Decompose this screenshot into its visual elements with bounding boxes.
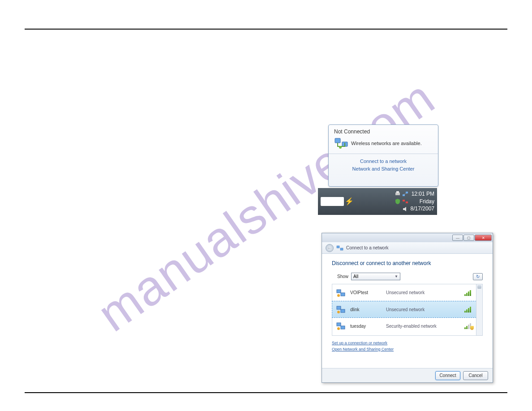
tray-shield-icon[interactable] bbox=[394, 198, 401, 205]
svg-point-2 bbox=[339, 146, 342, 149]
close-button[interactable]: ✕ bbox=[475, 235, 492, 241]
minimize-button[interactable]: — bbox=[452, 235, 463, 241]
network-row[interactable]: VOIPtestUnsecured network bbox=[332, 284, 476, 301]
network-small-icon bbox=[336, 245, 343, 251]
svg-rect-12 bbox=[341, 293, 345, 296]
connect-button[interactable]: Connect bbox=[435, 371, 460, 380]
popup-message: Wireless networks are available. bbox=[351, 141, 422, 146]
svg-rect-9 bbox=[337, 246, 339, 248]
scrollbar-thumb[interactable] bbox=[477, 285, 481, 289]
back-button[interactable]: ← bbox=[326, 244, 334, 252]
svg-rect-15 bbox=[341, 309, 345, 313]
link-sharing-center[interactable]: Network and Sharing Center bbox=[329, 165, 438, 173]
network-name: tuesday bbox=[350, 324, 382, 329]
show-value: All bbox=[353, 274, 358, 279]
connect-dialog: — ▢ ✕ ← Connect to a network Disconnect … bbox=[322, 233, 493, 383]
signal-strength-icon bbox=[464, 323, 472, 329]
signal-strength-icon bbox=[464, 290, 472, 296]
network-item-icon bbox=[336, 288, 346, 297]
svg-rect-6 bbox=[406, 192, 408, 193]
dialog-header: ← Connect to a network bbox=[322, 242, 493, 254]
network-icon bbox=[334, 137, 348, 149]
divider-top bbox=[25, 29, 507, 30]
clock-day: Friday bbox=[411, 198, 434, 206]
dialog-footer: Connect Cancel bbox=[322, 368, 493, 382]
svg-rect-8 bbox=[406, 201, 408, 203]
svg-rect-5 bbox=[403, 194, 405, 196]
refresh-button[interactable]: ↻ bbox=[473, 273, 483, 280]
dialog-header-text: Connect to a network bbox=[346, 245, 389, 250]
svg-rect-14 bbox=[337, 306, 341, 309]
network-list: VOIPtestUnsecured networkdlinkUnsecured … bbox=[332, 284, 483, 336]
link-open-center[interactable]: Open Network and Sharing Center bbox=[332, 347, 483, 353]
svg-point-16 bbox=[337, 311, 340, 313]
clock-time: 12:01 PM bbox=[411, 190, 434, 198]
tray-network-icon[interactable] bbox=[402, 190, 409, 197]
power-plug-icon: ⚡ bbox=[345, 198, 351, 205]
clock-date: 8/17/2007 bbox=[411, 205, 434, 213]
svg-rect-4 bbox=[396, 191, 399, 193]
battery-icon[interactable] bbox=[321, 197, 344, 206]
shield-icon bbox=[470, 326, 474, 330]
network-name: dlink bbox=[350, 307, 382, 312]
taskbar: ⚡ 12:01 PM Friday 8/17/2007 bbox=[318, 188, 437, 215]
network-row[interactable]: dlinkUnsecured network bbox=[332, 301, 476, 318]
show-dropdown[interactable]: All ▼ bbox=[351, 273, 400, 280]
svg-point-19 bbox=[337, 327, 340, 330]
dialog-titlebar: — ▢ ✕ bbox=[322, 233, 493, 242]
signal-strength-icon bbox=[464, 306, 472, 313]
svg-rect-18 bbox=[341, 326, 345, 329]
tray-printer-icon[interactable] bbox=[394, 190, 401, 197]
network-item-icon bbox=[336, 305, 346, 314]
network-security: Unsecured network bbox=[386, 290, 460, 295]
tray-volume-icon[interactable] bbox=[402, 206, 409, 213]
link-setup-connection[interactable]: Set up a connection or network bbox=[332, 340, 483, 347]
clock[interactable]: 12:01 PM Friday 8/17/2007 bbox=[411, 190, 434, 213]
network-row[interactable]: tuesdaySecurity-enabled network bbox=[332, 317, 476, 334]
show-label: Show bbox=[337, 274, 348, 279]
network-security: Unsecured network bbox=[386, 307, 460, 312]
popup-title: Not Connected bbox=[334, 128, 433, 135]
scrollbar[interactable] bbox=[476, 284, 482, 335]
svg-rect-10 bbox=[340, 248, 343, 250]
svg-point-13 bbox=[337, 294, 340, 297]
svg-rect-17 bbox=[337, 323, 341, 326]
chevron-down-icon: ▼ bbox=[395, 274, 398, 278]
maximize-button[interactable]: ▢ bbox=[463, 235, 474, 241]
tray-alert-icon[interactable] bbox=[402, 198, 409, 205]
network-security: Security-enabled network bbox=[386, 324, 460, 329]
svg-rect-11 bbox=[337, 290, 341, 293]
svg-rect-7 bbox=[403, 200, 405, 201]
svg-rect-0 bbox=[335, 138, 340, 143]
cancel-button[interactable]: Cancel bbox=[463, 371, 488, 380]
network-popup: Not Connected Wireless networks are avai… bbox=[328, 124, 438, 187]
network-item-icon bbox=[336, 321, 346, 330]
network-name: VOIPtest bbox=[350, 290, 382, 295]
dialog-heading: Disconnect or connect to another network bbox=[332, 260, 483, 266]
link-connect-network[interactable]: Connect to a network bbox=[329, 158, 438, 165]
divider-bottom bbox=[25, 392, 507, 393]
